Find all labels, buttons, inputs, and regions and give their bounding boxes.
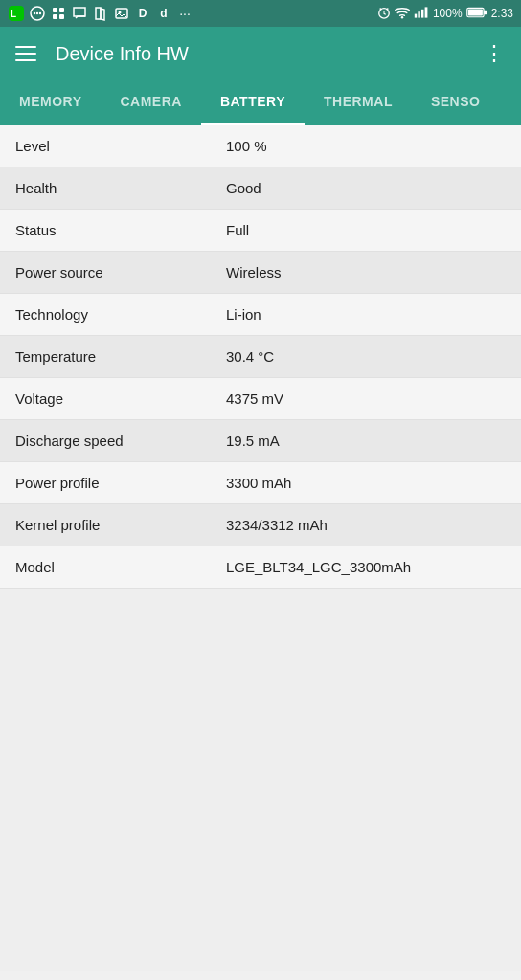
- row-value: 4375 mV: [211, 378, 521, 419]
- row-label: Kernel profile: [0, 504, 211, 546]
- table-row: Power sourceWireless: [0, 252, 521, 294]
- svg-rect-8: [53, 14, 57, 19]
- row-label: Power source: [0, 252, 211, 293]
- row-value: 30.4 °C: [211, 336, 521, 377]
- wifi-icon: [395, 6, 410, 22]
- app-title: Device Info HW: [56, 43, 484, 65]
- row-value: 3300 mAh: [211, 462, 521, 503]
- clock: 2:33: [491, 7, 513, 20]
- line-icon: L: [8, 5, 25, 22]
- row-value: Li-ion: [211, 294, 521, 335]
- hamburger-menu-icon[interactable]: [15, 46, 36, 61]
- grid-icon: [50, 5, 67, 22]
- table-row: StatusFull: [0, 210, 521, 252]
- more-options-icon[interactable]: ⋮: [484, 41, 506, 66]
- row-value: 19.5 mA: [211, 420, 521, 461]
- row-label: Temperature: [0, 336, 211, 377]
- table-row: ModelLGE_BLT34_LGC_3300mAh: [0, 546, 521, 589]
- alarm-icon: [377, 6, 391, 22]
- tab-camera[interactable]: CAMERA: [101, 80, 200, 125]
- row-label: Health: [0, 167, 211, 209]
- table-row: Power profile3300 mAh: [0, 462, 521, 504]
- tab-sensors[interactable]: SENSO: [412, 80, 500, 125]
- chat-icon: [29, 5, 46, 22]
- svg-rect-14: [415, 13, 417, 17]
- empty-area: [0, 589, 521, 971]
- d-solid-icon: D: [134, 5, 151, 22]
- row-label: Voltage: [0, 378, 211, 419]
- battery-percentage: 100%: [433, 7, 463, 20]
- tab-thermal[interactable]: THERMAL: [305, 80, 412, 125]
- svg-rect-9: [59, 14, 64, 19]
- row-value: Good: [211, 167, 521, 209]
- svg-point-3: [34, 12, 35, 14]
- status-bar: L D d ··· 100% 2: [0, 0, 521, 27]
- battery-icon: [466, 7, 487, 21]
- row-label: Technology: [0, 294, 211, 335]
- image-icon: [113, 5, 130, 22]
- svg-text:L: L: [11, 9, 16, 19]
- svg-rect-6: [53, 8, 57, 12]
- d-outline-icon: d: [155, 5, 172, 22]
- row-value: Wireless: [211, 252, 521, 293]
- row-label: Status: [0, 210, 211, 251]
- status-icons-left: L D d ···: [8, 5, 193, 22]
- svg-rect-19: [484, 10, 487, 14]
- row-label: Discharge speed: [0, 420, 211, 461]
- svg-rect-17: [425, 7, 428, 17]
- signal-icon: [414, 6, 429, 22]
- svg-rect-20: [468, 9, 483, 15]
- svg-point-13: [401, 16, 403, 18]
- table-row: Voltage4375 mV: [0, 378, 521, 420]
- table-row: Discharge speed19.5 mA: [0, 420, 521, 462]
- row-label: Level: [0, 125, 211, 167]
- dots-icon: ···: [176, 5, 193, 22]
- book-icon: [92, 5, 109, 22]
- tab-bar: MEMORY CAMERA BATTERY THERMAL SENSO: [0, 80, 521, 125]
- table-row: TechnologyLi-ion: [0, 294, 521, 336]
- row-value: Full: [211, 210, 521, 251]
- msg-icon: [71, 5, 88, 22]
- svg-point-4: [36, 12, 38, 14]
- status-icons-right: 100% 2:33: [377, 6, 513, 22]
- table-row: Kernel profile3234/3312 mAh: [0, 504, 521, 546]
- table-row: Temperature30.4 °C: [0, 336, 521, 378]
- tab-memory[interactable]: MEMORY: [0, 80, 101, 125]
- svg-rect-16: [421, 9, 423, 17]
- svg-point-5: [39, 12, 41, 14]
- tab-battery[interactable]: BATTERY: [201, 80, 305, 125]
- battery-content: Level100 %HealthGoodStatusFullPower sour…: [0, 125, 521, 589]
- row-value: LGE_BLT34_LGC_3300mAh: [211, 546, 521, 588]
- svg-rect-7: [59, 8, 64, 12]
- row-label: Model: [0, 546, 211, 588]
- svg-rect-15: [418, 11, 419, 17]
- row-label: Power profile: [0, 462, 211, 503]
- app-bar: Device Info HW ⋮: [0, 27, 521, 80]
- row-value: 100 %: [211, 125, 521, 167]
- row-value: 3234/3312 mAh: [211, 504, 521, 546]
- table-row: Level100 %: [0, 125, 521, 167]
- table-row: HealthGood: [0, 167, 521, 210]
